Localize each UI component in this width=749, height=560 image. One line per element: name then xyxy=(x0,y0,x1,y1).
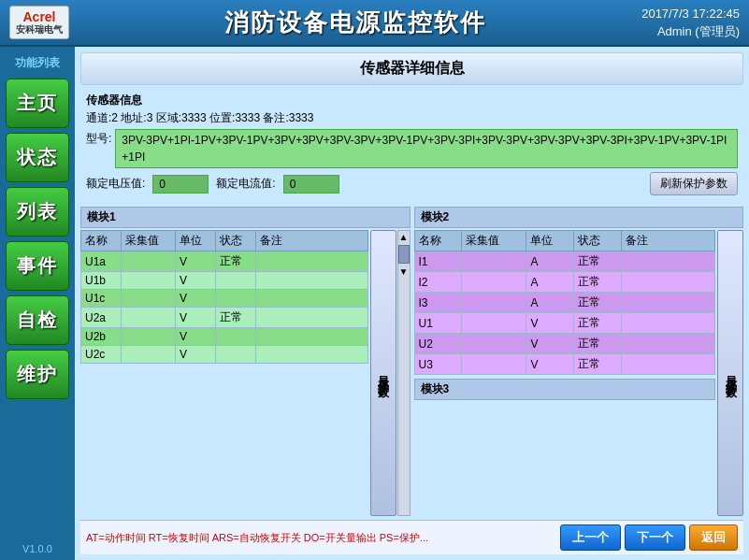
module2-show-params-button[interactable]: 显示保护参数 xyxy=(717,230,743,516)
m1-header-note: 备注 xyxy=(255,231,367,251)
m1-r5-unit: V xyxy=(176,346,216,364)
m1-r1-status xyxy=(215,272,255,290)
sensor-info-title: 传感器信息 xyxy=(86,93,738,108)
module1-title: 模块1 xyxy=(80,207,411,228)
sidebar-item-maintain[interactable]: 维护 xyxy=(6,350,69,399)
scrollbar-thumb[interactable] xyxy=(398,245,410,264)
m1-header-name: 名称 xyxy=(81,231,122,251)
main-layout: 功能列表 主页 状态 列表 事件 自检 维护 V1.0.0 传感器详细信息 传感… xyxy=(0,47,749,560)
prev-button[interactable]: 上一个 xyxy=(560,524,621,551)
m2-r5-unit: V xyxy=(526,354,574,375)
m2-r0-name: I1 xyxy=(414,251,462,272)
m2-r1-name: I2 xyxy=(414,272,462,293)
table-row: U3 V 正常 xyxy=(414,354,715,375)
sidebar: 功能列表 主页 状态 列表 事件 自检 维护 V1.0.0 xyxy=(0,47,75,560)
version-label: V1.0.0 xyxy=(6,543,69,554)
m1-r2-name: U1c xyxy=(81,290,122,308)
m2-r3-value xyxy=(462,313,526,334)
table-row: I1 A 正常 xyxy=(414,251,715,272)
table-row: U1 V 正常 xyxy=(414,313,715,334)
return-button[interactable]: 返回 xyxy=(689,524,738,551)
module2-table: 名称 采集值 单位 状态 备注 I1 xyxy=(414,230,716,375)
channel-row: 通道:2 地址:3 区域:3333 位置:3333 备注:3333 xyxy=(86,110,738,126)
m1-r5-name: U2c xyxy=(81,346,122,364)
refresh-params-button[interactable]: 刷新保护参数 xyxy=(650,172,738,195)
m2-r2-name: I3 xyxy=(414,293,462,313)
func-list-label: 功能列表 xyxy=(6,52,69,74)
m2-r0-status: 正常 xyxy=(574,251,622,272)
m1-r4-note xyxy=(255,328,367,346)
m2-r0-unit: A xyxy=(526,251,574,272)
m1-r3-unit: V xyxy=(176,308,216,328)
table-row: U2b V xyxy=(81,328,368,346)
sidebar-item-list[interactable]: 列表 xyxy=(6,187,69,237)
logo-box: Acrel 安科瑞电气 xyxy=(9,6,69,40)
m2-r0-value xyxy=(462,251,526,272)
module1-scrollbar[interactable]: ▲ ▼ xyxy=(397,230,411,516)
next-button[interactable]: 下一个 xyxy=(625,524,685,551)
table-row: U2 V 正常 xyxy=(414,334,715,354)
module1-table: 名称 采集值 单位 状态 备注 U1a xyxy=(80,230,368,364)
sidebar-item-event[interactable]: 事件 xyxy=(6,241,69,291)
table-row: U2c V xyxy=(81,346,368,364)
user-label: Admin (管理员) xyxy=(641,22,740,41)
sidebar-item-selfcheck[interactable]: 自检 xyxy=(6,295,69,345)
header: Acrel 安科瑞电气 消防设备电源监控软件 2017/7/3 17:22:45… xyxy=(0,0,749,47)
m1-r0-value xyxy=(121,251,175,272)
m2-r1-status: 正常 xyxy=(574,272,622,293)
m1-r2-status xyxy=(215,290,255,308)
rated-voltage-input[interactable]: 0 xyxy=(152,175,209,194)
module1-show-params-button[interactable]: 显示保护参数 xyxy=(370,230,396,516)
m2-r4-unit: V xyxy=(526,334,574,354)
model-row: 型号: 3PV-3PV+1PI-1PV+3PV-1PV+3PV+3PV+3PV-… xyxy=(86,129,738,168)
logo-area: Acrel 安科瑞电气 xyxy=(9,6,69,40)
m1-r4-name: U2b xyxy=(81,328,122,346)
app-title: 消防设备电源监控软件 xyxy=(69,7,641,39)
m2-header-name: 名称 xyxy=(414,231,462,251)
m1-r3-note xyxy=(255,308,367,328)
m1-r3-status: 正常 xyxy=(215,308,255,328)
m2-r4-note xyxy=(622,334,715,354)
m2-r2-unit: A xyxy=(526,293,574,313)
scroll-up-arrow[interactable]: ▲ xyxy=(398,231,410,243)
m2-r0-note xyxy=(622,251,715,272)
m1-r0-note xyxy=(255,251,367,272)
m2-r1-unit: A xyxy=(526,272,574,293)
table-row: U2a V 正常 xyxy=(81,308,368,328)
m1-r0-status: 正常 xyxy=(215,251,255,272)
sidebar-item-home[interactable]: 主页 xyxy=(6,79,69,128)
header-info: 2017/7/3 17:22:45 Admin (管理员) xyxy=(641,5,740,41)
m1-header-status: 状态 xyxy=(215,231,255,251)
rated-voltage-label: 额定电压值: xyxy=(86,176,145,192)
m2-header-status: 状态 xyxy=(574,231,622,251)
m1-r0-name: U1a xyxy=(81,251,122,272)
sidebar-item-status[interactable]: 状态 xyxy=(6,133,69,182)
m1-r3-value xyxy=(121,308,175,328)
m2-r5-status: 正常 xyxy=(574,354,622,375)
m2-r4-value xyxy=(462,334,526,354)
m1-r1-name: U1b xyxy=(81,272,122,290)
m2-r4-status: 正常 xyxy=(574,334,622,354)
scroll-down-arrow[interactable]: ▼ xyxy=(398,266,410,278)
m2-r2-note xyxy=(622,293,715,313)
m2-r3-status: 正常 xyxy=(574,313,622,334)
module2-content: 名称 采集值 单位 状态 备注 I1 xyxy=(414,230,716,516)
m1-r2-note xyxy=(255,290,367,308)
m1-r3-name: U2a xyxy=(81,308,122,328)
rated-current-label: 额定电流值: xyxy=(216,176,275,192)
m2-header-note: 备注 xyxy=(622,231,715,251)
m1-r4-status xyxy=(215,328,255,346)
rated-current-input[interactable]: 0 xyxy=(283,175,339,194)
module2-title: 模块2 xyxy=(414,207,744,228)
bottom-bar: AT=动作时间 RT=恢复时间 ARS=自动恢复开关 DO=开关量输出 PS=保… xyxy=(80,520,743,554)
m1-r1-value xyxy=(121,272,175,290)
m2-r5-value xyxy=(462,354,526,375)
sensor-info-box: 传感器信息 通道:2 地址:3 区域:3333 位置:3333 备注:3333 … xyxy=(80,89,743,203)
module1-side-area: 显示保护参数 ▲ ▼ xyxy=(370,230,411,516)
model-label: 型号: xyxy=(86,129,111,147)
m1-r5-status xyxy=(215,346,255,364)
m2-r2-value xyxy=(462,293,526,313)
table-row: I2 A 正常 xyxy=(414,272,715,293)
page-title: 传感器详细信息 xyxy=(80,52,743,85)
m1-r4-unit: V xyxy=(176,328,216,346)
